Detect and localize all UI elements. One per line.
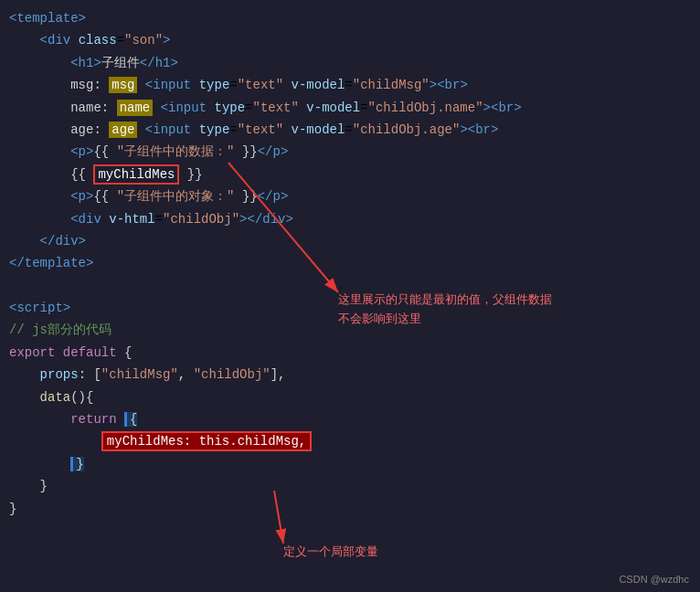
code-text: } [9, 476, 48, 496]
code-line-19: return { [0, 408, 700, 430]
code-text: } [9, 499, 16, 519]
code-line-21: } [0, 453, 700, 475]
code-line-9: <p>{{ "子组件中的对象：" }}</p> [0, 185, 700, 207]
annotation-2: 定义一个局部变量 [283, 544, 378, 560]
code-line-10: <div v-html="childObj"></div> [0, 208, 700, 230]
code-line-16: export default { [0, 342, 700, 364]
code-line-12: </template> [0, 252, 700, 274]
code-text: <h1>子组件</h1> [9, 53, 178, 73]
code-text: data(){ [9, 387, 93, 407]
code-line-18: data(){ [0, 386, 700, 408]
code-line-23: } [0, 498, 700, 520]
watermark: CSDN @wzdhc [619, 574, 689, 585]
code-text: <p>{{ "子组件中的对象：" }}</p> [9, 186, 288, 206]
code-line-11: </div> [0, 230, 700, 252]
annotation-1: 这里展示的只能是最初的值，父组件数据 不会影响到这里 [338, 291, 552, 329]
code-line-6: age: age <input type="text" v-model="chi… [0, 119, 700, 141]
code-line-8: {{ myChildMes }} [0, 164, 700, 185]
code-text: export default { [9, 343, 132, 363]
code-content: <template> <div class="son"> <h1>子组件</h1… [0, 0, 700, 527]
code-text: myChildMes: this.childMsg, [9, 431, 312, 451]
code-line-2: <div class="son"> [0, 29, 700, 51]
code-line-1: <template> [0, 7, 700, 29]
code-text: return { [9, 409, 137, 429]
code-text: {{ myChildMes }} [9, 164, 203, 185]
code-line-4: msg: msg <input type="text" v-model="chi… [0, 74, 700, 96]
code-text: // js部分的代码 [9, 320, 111, 340]
code-editor: <template> <div class="son"> <h1>子组件</h1… [0, 0, 700, 592]
code-line-7: <p>{{ "子组件中的数据：" }}</p> [0, 141, 700, 163]
code-text: name: name <input type="text" v-model="c… [9, 98, 522, 118]
code-text: <div class="son"> [9, 30, 170, 50]
code-text: </template> [9, 253, 93, 273]
code-text: msg: msg <input type="text" v-model="chi… [9, 75, 468, 95]
code-text: age: age <input type="text" v-model="chi… [9, 120, 498, 140]
code-line-3: <h1>子组件</h1> [0, 52, 700, 74]
code-line-5: name: name <input type="text" v-model="c… [0, 97, 700, 119]
code-text: props: ["childMsg", "childObj"], [9, 365, 286, 385]
code-text: <p>{{ "子组件中的数据：" }}</p> [9, 142, 288, 162]
code-line-22: } [0, 475, 700, 497]
code-text: <template> [9, 8, 86, 28]
code-text: } [9, 454, 84, 474]
code-text: </div> [9, 231, 86, 251]
code-text: <script> [9, 298, 70, 318]
code-text: <div v-html="childObj"></div> [9, 209, 293, 229]
code-line-17: props: ["childMsg", "childObj"], [0, 364, 700, 386]
code-line-20: myChildMes: this.childMsg, [0, 430, 700, 452]
